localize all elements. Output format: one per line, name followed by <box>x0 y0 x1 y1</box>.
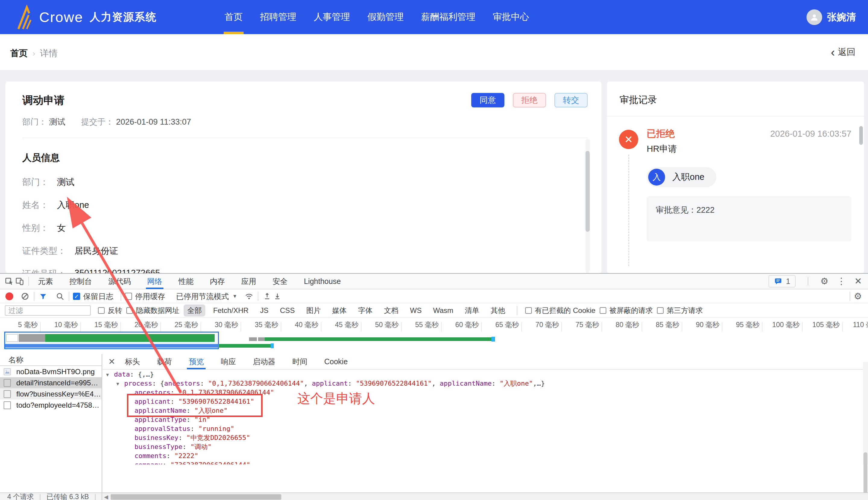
gear-icon[interactable]: ⚙ <box>820 277 829 286</box>
nav-item-3[interactable]: 假勤管理 <box>367 0 404 34</box>
panel-scrollbar-thumb[interactable] <box>859 126 863 145</box>
scroll-left-arrow-icon[interactable]: ◀ <box>104 494 108 500</box>
waterfall-bar <box>19 334 45 342</box>
approver-name: 入职one <box>672 171 704 183</box>
json-expand-arrow[interactable]: ▼ <box>106 370 114 379</box>
filter-checkbox-2[interactable]: 第三方请求 <box>657 306 703 315</box>
preview-tab-6[interactable]: Cookie <box>322 354 350 370</box>
preview-tab-2[interactable]: 预览 <box>187 354 206 370</box>
json-token: "入职one" <box>500 379 533 387</box>
inspect-element-icon[interactable] <box>4 276 14 286</box>
filter-chip-6[interactable]: 字体 <box>354 305 376 317</box>
request-name-column-header[interactable]: 名称 <box>0 354 102 366</box>
preserve-log-checkbox[interactable]: ✓ <box>73 293 80 300</box>
json-token: "中竞发DD2026655" <box>186 434 250 442</box>
nav-item-0[interactable]: 首页 <box>225 0 243 34</box>
throttling-dropdown[interactable]: 已停用节流模式 ▼ <box>173 292 237 302</box>
ruler-label: 50 毫秒 <box>353 320 399 330</box>
invert-checkbox[interactable]: 反转 <box>98 306 122 315</box>
breadcrumb-home-link[interactable]: 首页 <box>10 47 28 59</box>
x-circle-icon: ✕ <box>619 130 638 149</box>
import-har-icon[interactable] <box>262 291 272 302</box>
nav-item-1[interactable]: 招聘管理 <box>260 0 296 34</box>
json-expand-arrow[interactable]: ▼ <box>116 379 124 388</box>
filter-chip-10[interactable]: 清单 <box>461 305 483 317</box>
json-token: applicantType <box>134 416 186 423</box>
filter-chip-11[interactable]: 其他 <box>487 305 509 317</box>
approve-button[interactable]: 同意 <box>471 93 504 107</box>
clear-icon[interactable] <box>20 291 30 302</box>
json-token: : <box>183 443 190 451</box>
filter-checkbox-1[interactable]: 被屏蔽的请求 <box>600 306 653 315</box>
preview-scrollbar-track[interactable] <box>863 362 868 464</box>
document-file-icon <box>4 401 11 409</box>
search-icon[interactable] <box>55 291 65 302</box>
record-icon[interactable] <box>5 292 13 300</box>
approver-pill[interactable]: 入 入职one <box>647 167 716 187</box>
nav-item-5[interactable]: 审批中心 <box>493 0 529 34</box>
filter-chip-2[interactable]: JS <box>256 305 272 316</box>
ruler-label: 70 毫秒 <box>513 320 559 330</box>
top-navbar: Crowe 人力资源系统 首页招聘管理人事管理假勤管理薪酬福利管理审批中心 张婉… <box>0 0 868 34</box>
filter-chip-9[interactable]: Wasm <box>429 305 457 316</box>
more-menu-icon[interactable]: ⋮ <box>837 277 846 286</box>
devtools-tab-7[interactable]: 安全 <box>271 273 289 289</box>
hide-data-urls-checkbox[interactable]: 隐藏数据网址 <box>126 306 179 315</box>
request-row-3[interactable]: todo?employeeId=47585029… <box>0 399 102 411</box>
nav-item-2[interactable]: 人事管理 <box>314 0 350 34</box>
filter-chip-3[interactable]: CSS <box>276 305 298 316</box>
json-token: "53969076522844161" <box>178 398 255 405</box>
devtools-tab-6[interactable]: 应用 <box>240 273 257 289</box>
device-toolbar-icon[interactable] <box>14 276 25 286</box>
preview-tab-0[interactable]: 标头 <box>123 354 142 370</box>
horizontal-scrollbar[interactable]: ◀ <box>102 493 868 500</box>
filter-chip-0[interactable]: 全部 <box>184 305 205 317</box>
devtools-tab-0[interactable]: 元素 <box>37 273 54 289</box>
ruler-label: 15 毫秒 <box>72 320 118 330</box>
devtools-tab-1[interactable]: 控制台 <box>68 273 93 289</box>
network-settings-gear-icon[interactable]: ⚙ <box>854 292 862 301</box>
request-row-1[interactable]: detail?instanceId=e99514df-… <box>0 377 102 388</box>
preview-tab-4[interactable]: 启动器 <box>251 354 277 370</box>
json-line-11: company: "736238790662406144" <box>102 461 863 464</box>
filter-input[interactable] <box>5 305 91 316</box>
devtools-tab-4[interactable]: 性能 <box>177 273 195 289</box>
close-request-icon[interactable]: ✕ <box>108 357 115 367</box>
horizontal-scrollbar-thumb[interactable] <box>111 494 281 500</box>
devtools-tab-5[interactable]: 内存 <box>209 273 226 289</box>
tab-active-underline <box>187 368 206 370</box>
network-overview-waterfall[interactable] <box>0 332 868 354</box>
forward-button[interactable]: 转交 <box>554 93 588 107</box>
filter-funnel-icon[interactable] <box>38 291 48 302</box>
request-row-2[interactable]: flow?businessKey=%E4%B8… <box>0 388 102 399</box>
filter-chip-7[interactable]: 文档 <box>380 305 402 317</box>
back-button[interactable]: ‹ 返回 <box>831 46 855 58</box>
user-chip[interactable]: 张婉清 <box>807 9 856 25</box>
network-conditions-wifi-icon[interactable] <box>244 291 254 302</box>
disable-cache-checkbox[interactable] <box>125 293 132 300</box>
ruler-label: 65 毫秒 <box>473 320 519 330</box>
ruler-label: 25 毫秒 <box>152 320 198 330</box>
document-file-icon <box>4 379 11 387</box>
filter-checkbox-0[interactable]: 有已拦截的 Cookie <box>525 306 596 315</box>
nav-item-4[interactable]: 薪酬福利管理 <box>421 0 476 34</box>
close-icon[interactable]: ✕ <box>854 277 862 286</box>
filter-chip-1[interactable]: Fetch/XHR <box>210 305 252 316</box>
card-scrollbar-thumb[interactable] <box>586 151 590 232</box>
filter-chip-5[interactable]: 媒体 <box>329 305 350 317</box>
filter-chip-4[interactable]: 图片 <box>303 305 325 317</box>
waterfall-bar <box>249 337 257 341</box>
issues-badge[interactable]: 1 <box>769 275 796 287</box>
devtools-tab-2[interactable]: 源代码 <box>107 273 132 289</box>
export-har-icon[interactable] <box>272 291 282 302</box>
request-row-0[interactable]: noData-BvmSHT9O.png <box>0 366 102 377</box>
devtools-tab-8[interactable]: Lighthouse <box>303 273 342 289</box>
field-value: 入职one <box>57 199 89 211</box>
reject-button[interactable]: 拒绝 <box>513 93 546 107</box>
filter-chip-8[interactable]: WS <box>407 305 425 316</box>
devtools-tab-3[interactable]: 网络 <box>146 273 163 289</box>
preview-tab-5[interactable]: 时间 <box>290 354 309 370</box>
preview-tab-1[interactable]: 载荷 <box>155 354 174 370</box>
preview-tab-3[interactable]: 响应 <box>219 354 237 370</box>
submitted-meta-label: 提交于： <box>81 117 114 126</box>
